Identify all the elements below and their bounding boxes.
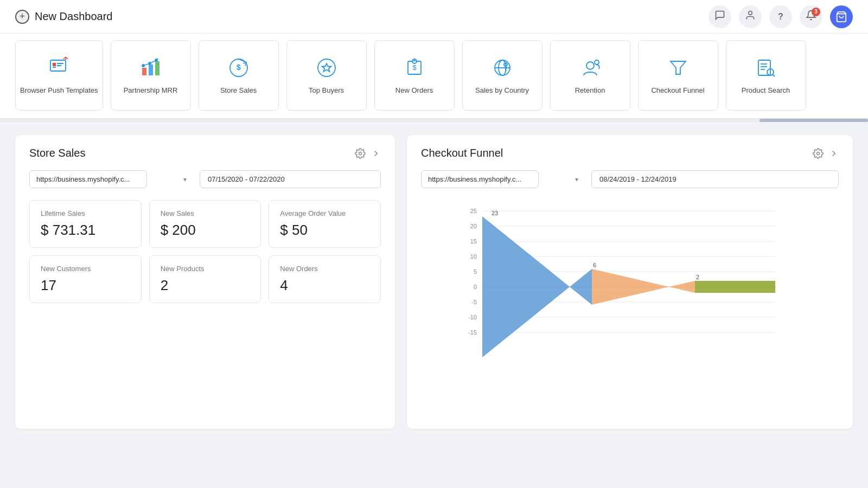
svg-point-15 [318, 59, 335, 76]
scroll-indicator [0, 119, 868, 122]
svg-point-24 [595, 60, 599, 65]
stat-value-new-sales: $ 200 [161, 222, 250, 239]
widget-card-top-buyers-label: Top Buyers [304, 86, 348, 95]
retention-icon [578, 56, 602, 82]
svg-rect-7 [142, 68, 146, 75]
svg-point-23 [586, 62, 594, 69]
store-sales-url-select[interactable]: https://business.myshopify.c... [29, 170, 147, 188]
help-button[interactable]: ? [769, 5, 792, 28]
store-sales-filter-row: https://business.myshopify.c... [29, 170, 381, 188]
store-sales-url-filter-wrapper: https://business.myshopify.c... [29, 170, 192, 188]
checkout-funnel-expand-button[interactable] [829, 149, 839, 158]
store-sales-panel: Store Sales https://business.myshopify.c… [15, 135, 395, 429]
dashboard-title: New Dashboard [35, 10, 112, 23]
store-sales-icon: $ [227, 56, 251, 82]
svg-text:0: 0 [474, 284, 477, 290]
stat-label-lifetime-sales: Lifetime Sales [41, 209, 130, 217]
store-sales-expand-button[interactable] [371, 149, 381, 158]
funnel-chart-area: 25 20 15 10 5 0 [421, 200, 839, 417]
checkout-funnel-title: Checkout Funnel [421, 147, 503, 159]
checkout-funnel-url-filter-wrapper: https://business.myshopify.c... [421, 170, 584, 188]
svg-point-11 [149, 62, 151, 65]
store-sales-date-filter[interactable] [200, 170, 381, 188]
checkout-funnel-header-icons [813, 148, 839, 159]
add-dashboard-button[interactable]: + [15, 10, 29, 24]
funnel-chart-svg: 25 20 15 10 5 0 [421, 200, 839, 395]
checkout-funnel-date-filter[interactable] [591, 170, 839, 188]
svg-rect-8 [149, 65, 153, 75]
widget-card-new-orders-label: New Orders [391, 86, 437, 95]
svg-text:10: 10 [470, 253, 477, 260]
stat-card-avg-order-value: Average Order Value $ 50 [269, 200, 381, 248]
widget-card-product-search-label: Product Search [737, 86, 795, 95]
sales-by-country-icon [490, 56, 514, 82]
chat-icon [714, 10, 725, 23]
widget-card-product-search[interactable]: Product Search [726, 40, 806, 111]
new-orders-icon: $ [403, 56, 426, 82]
widget-card-new-orders[interactable]: $ New Orders [374, 40, 455, 111]
svg-rect-9 [155, 61, 159, 75]
stat-value-new-customers: 17 [41, 277, 130, 294]
svg-rect-6 [57, 65, 61, 66]
browser-push-icon [47, 56, 71, 82]
widget-card-top-buyers[interactable]: Top Buyers [286, 40, 367, 111]
widget-card-sales-by-country[interactable]: Sales by Country [462, 40, 542, 111]
checkout-funnel-panel: Checkout Funnel https://business.myshopi… [407, 135, 853, 429]
store-sales-stats-grid: Lifetime Sales $ 731.31 New Sales $ 200 … [29, 200, 381, 303]
svg-rect-5 [57, 63, 63, 64]
notification-badge: 3 [812, 8, 820, 16]
svg-text:-15: -15 [468, 329, 477, 336]
notification-button[interactable]: 3 [800, 5, 822, 28]
svg-point-32 [817, 152, 820, 155]
widget-card-checkout-funnel-label: Checkout Funnel [647, 86, 709, 95]
stat-value-new-orders: 4 [280, 277, 369, 294]
stat-label-new-sales: New Sales [161, 209, 250, 217]
svg-point-31 [359, 152, 362, 155]
store-sales-panel-header: Store Sales [29, 147, 381, 159]
funnel-label-2: 2 [696, 274, 699, 280]
checkout-funnel-settings-button[interactable] [813, 148, 824, 159]
funnel-segment-green [695, 281, 775, 293]
checkout-funnel-icon [666, 56, 690, 82]
svg-rect-3 [53, 63, 56, 66]
svg-text:$: $ [237, 63, 241, 72]
stat-label-new-orders: New Orders [280, 265, 369, 273]
header-left: + New Dashboard [15, 10, 112, 24]
svg-point-10 [142, 65, 144, 67]
svg-text:-10: -10 [468, 314, 477, 320]
widget-card-browser-push[interactable]: Browser Push Templates [15, 40, 103, 111]
widget-card-store-sales[interactable]: $ Store Sales [199, 40, 279, 111]
header-right: ? 3 [709, 5, 853, 28]
svg-rect-25 [758, 60, 770, 75]
stat-card-new-products: New Products 2 [149, 255, 261, 303]
store-sales-title: Store Sales [29, 147, 85, 159]
stat-value-new-products: 2 [161, 277, 250, 294]
widget-card-retention[interactable]: Retention [550, 40, 630, 111]
checkout-funnel-panel-header: Checkout Funnel [421, 147, 839, 159]
dashboard-content: Store Sales https://business.myshopify.c… [0, 122, 868, 442]
help-icon: ? [778, 12, 783, 22]
stat-label-new-products: New Products [161, 265, 250, 273]
stat-card-lifetime-sales: Lifetime Sales $ 731.31 [29, 200, 142, 248]
svg-text:15: 15 [470, 238, 477, 245]
chat-button[interactable] [709, 5, 731, 28]
svg-text:20: 20 [470, 223, 477, 229]
user-button[interactable] [739, 5, 762, 28]
user-icon [745, 10, 756, 23]
store-sales-settings-button[interactable] [355, 148, 366, 159]
top-buyers-icon [315, 56, 339, 82]
header: + New Dashboard ? [0, 0, 868, 34]
funnel-segment-orange [592, 269, 695, 305]
scroll-indicator-bar [760, 119, 868, 122]
widget-card-partnership-mrr-label: Partnership MRR [119, 86, 182, 95]
checkout-funnel-url-select[interactable]: https://business.myshopify.c... [421, 170, 539, 188]
stat-label-new-customers: New Customers [41, 265, 130, 273]
widget-card-partnership-mrr[interactable]: Partnership MRR [111, 40, 191, 111]
checkout-funnel-filter-row: https://business.myshopify.c... [421, 170, 839, 188]
partnership-mrr-icon [139, 56, 163, 82]
widget-card-checkout-funnel[interactable]: Checkout Funnel [638, 40, 718, 111]
avatar[interactable] [830, 5, 853, 28]
svg-text:$: $ [412, 63, 417, 72]
stat-value-lifetime-sales: $ 731.31 [41, 222, 130, 239]
widget-card-sales-by-country-label: Sales by Country [471, 86, 533, 95]
